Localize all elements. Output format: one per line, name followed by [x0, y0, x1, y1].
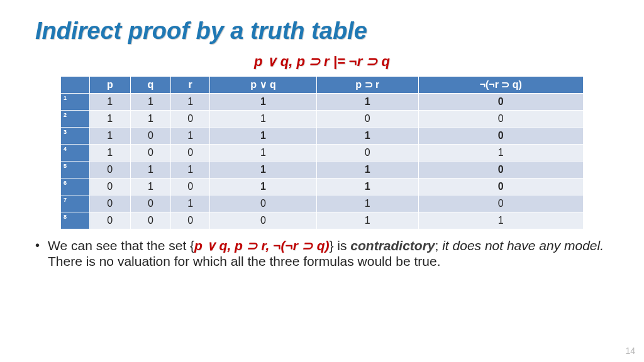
cell: 0 — [130, 145, 171, 162]
table-row: 2110100 — [61, 111, 584, 128]
row-number: 6 — [61, 178, 90, 195]
cell: 0 — [317, 145, 418, 162]
truth-table: p q r p ∨ q p ⊃ r ¬(¬r ⊃ q) 111111021101… — [60, 76, 584, 229]
cell: 1 — [90, 145, 131, 162]
cell: 0 — [130, 212, 171, 229]
cell: 0 — [418, 162, 583, 178]
col-header-blank — [61, 77, 90, 94]
cell: 1 — [209, 162, 316, 178]
cell: 0 — [418, 111, 583, 128]
cell: 1 — [130, 178, 171, 195]
cell: 0 — [418, 94, 583, 111]
cell: 1 — [418, 212, 583, 229]
cell: 1 — [209, 178, 316, 195]
cell: 1 — [171, 162, 210, 178]
cell: 1 — [209, 128, 316, 145]
slide-subtitle: p ∨ q, p ⊃ r |= ¬r ⊃ q — [35, 53, 609, 70]
slide-title: Indirect proof by a truth table — [35, 18, 609, 45]
cell: 0 — [90, 178, 131, 195]
table-row: 8000011 — [61, 212, 584, 229]
cell: 1 — [171, 195, 210, 212]
row-number: 4 — [61, 145, 90, 162]
table-row: 4100101 — [61, 145, 584, 162]
bullet-semicolon: ; — [435, 238, 443, 253]
cell: 0 — [317, 111, 418, 128]
cell: 1 — [90, 111, 131, 128]
cell: 1 — [317, 128, 418, 145]
bullet-set: p ∨ q, p ⊃ r, ¬(¬r ⊃ q) — [194, 238, 329, 253]
cell: 1 — [317, 94, 418, 111]
table-row: 5011110 — [61, 162, 584, 178]
table-row: 3101110 — [61, 128, 584, 145]
row-number: 3 — [61, 128, 90, 145]
cell: 0 — [130, 195, 171, 212]
cell: 1 — [209, 111, 316, 128]
cell: 0 — [171, 145, 210, 162]
row-number: 7 — [61, 195, 90, 212]
bullet-after-set: } is — [329, 238, 350, 253]
cell: 0 — [418, 178, 583, 195]
page-number: 14 — [625, 346, 635, 356]
cell: 1 — [317, 162, 418, 178]
cell: 0 — [209, 195, 316, 212]
cell: 0 — [209, 212, 316, 229]
cell: 0 — [130, 128, 171, 145]
col-header-q: q — [130, 77, 171, 94]
table-header-row: p q r p ∨ q p ⊃ r ¬(¬r ⊃ q) — [61, 77, 584, 94]
cell: 0 — [171, 178, 210, 195]
bullet-lead: We can see that the set { — [48, 238, 194, 253]
truth-table-wrap: p q r p ∨ q p ⊃ r ¬(¬r ⊃ q) 111111021101… — [35, 76, 609, 229]
col-header-neg: ¬(¬r ⊃ q) — [418, 77, 583, 94]
cell: 0 — [418, 128, 583, 145]
bullet-contradictory: contradictory — [350, 238, 435, 253]
cell: 1 — [418, 145, 583, 162]
col-header-pir: p ⊃ r — [317, 77, 418, 94]
col-header-pvq: p ∨ q — [209, 77, 316, 94]
cell: 1 — [317, 178, 418, 195]
cell: 1 — [171, 94, 210, 111]
bullet-no-model: it does not have any model. — [442, 238, 604, 253]
col-header-r: r — [171, 77, 210, 94]
row-number: 5 — [61, 162, 90, 178]
cell: 1 — [171, 128, 210, 145]
cell: 1 — [90, 128, 131, 145]
cell: 0 — [90, 162, 131, 178]
col-header-p: p — [90, 77, 131, 94]
cell: 1 — [130, 94, 171, 111]
cell: 1 — [90, 94, 131, 111]
row-number: 8 — [61, 212, 90, 229]
table-row: 7001010 — [61, 195, 584, 212]
cell: 0 — [171, 212, 210, 229]
bullet-text: We can see that the set {p ∨ q, p ⊃ r, ¬… — [35, 238, 609, 270]
row-number: 1 — [61, 94, 90, 111]
cell: 1 — [209, 94, 316, 111]
cell: 1 — [317, 195, 418, 212]
cell: 1 — [317, 212, 418, 229]
cell: 0 — [90, 212, 131, 229]
cell: 1 — [130, 162, 171, 178]
cell: 0 — [418, 195, 583, 212]
cell: 1 — [209, 145, 316, 162]
row-number: 2 — [61, 111, 90, 128]
cell: 1 — [130, 111, 171, 128]
cell: 0 — [171, 111, 210, 128]
table-row: 1111110 — [61, 94, 584, 111]
table-row: 6010110 — [61, 178, 584, 195]
bullet-tail: There is no valuation for which all the … — [48, 254, 441, 268]
cell: 0 — [90, 195, 131, 212]
